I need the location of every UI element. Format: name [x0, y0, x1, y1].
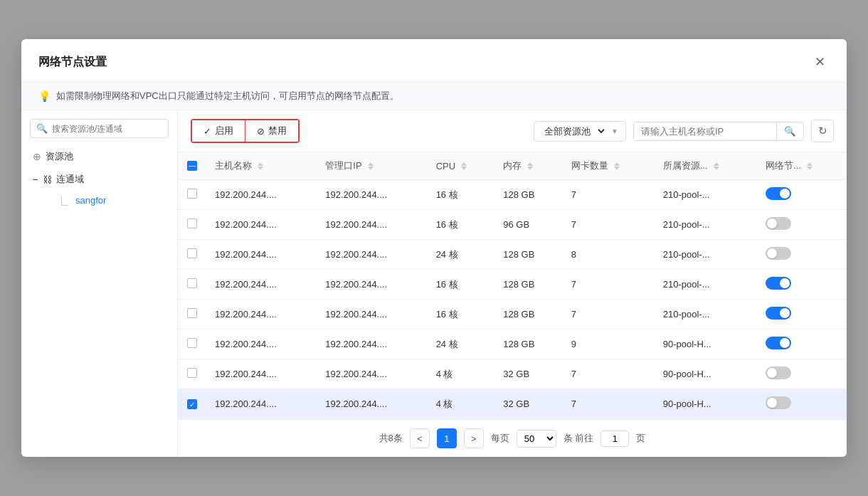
network-node-cell — [757, 300, 847, 329]
sidebar-item-resource-pool[interactable]: ⊕ 资源池 — [21, 145, 177, 168]
cpu-cell: 4 核 — [428, 389, 495, 419]
disable-button[interactable]: ⊘ 禁用 — [245, 120, 298, 142]
th-mgmt-ip[interactable]: 管理口IP — [317, 152, 427, 180]
network-node-toggle[interactable] — [766, 307, 791, 320]
th-network-node-label: 网络节... — [766, 159, 801, 172]
sidebar-search-box[interactable]: 🔍 — [30, 119, 169, 138]
cpu-cell: 4 核 — [428, 359, 495, 389]
table-row: 192.200.244....192.200.244....4 核32 GB79… — [178, 359, 847, 389]
network-node-toggle[interactable] — [766, 277, 791, 290]
disable-label: 禁用 — [268, 125, 287, 137]
sort-down-arrow — [258, 167, 263, 170]
th-nic-count[interactable]: 网卡数量 — [563, 152, 655, 180]
th-memory-label: 内存 — [503, 159, 522, 172]
nic-count-cell: 7 — [563, 300, 655, 329]
prev-page-button[interactable]: < — [410, 428, 430, 448]
goto-page-input[interactable] — [600, 431, 629, 447]
sidebar-child-container: sangfor — [21, 191, 177, 210]
table-row: 192.200.244....192.200.244....24 核128 GB… — [178, 240, 847, 270]
tip-text: 如需限制物理网络和VPC出口只能通过特定主机访问，可启用节点的网络节点配置。 — [56, 90, 399, 102]
row-checkbox-cell — [178, 180, 206, 210]
memory-cell: 128 GB — [494, 180, 562, 210]
row-checkbox[interactable] — [187, 248, 197, 258]
nic-count-cell: 8 — [563, 240, 655, 270]
network-node-toggle[interactable] — [766, 337, 791, 349]
refresh-button[interactable]: ↻ — [811, 120, 834, 142]
mgmt-ip-sort-icon — [368, 162, 374, 170]
th-cpu-label: CPU — [436, 161, 455, 172]
th-network-node[interactable]: 网络节... — [757, 152, 847, 180]
checkmark-icon: ✓ — [203, 126, 211, 137]
hostname-cell: 192.200.244.... — [206, 329, 317, 359]
sort-down-arrow — [614, 167, 620, 170]
network-node-settings-modal: 网络节点设置 ✕ 💡 如需限制物理网络和VPC出口只能通过特定主机访问，可启用节… — [21, 39, 847, 457]
table-row: 192.200.244....192.200.244....4 核32 GB79… — [178, 389, 847, 419]
resource-pool-icon: ⊕ — [33, 151, 41, 162]
resource-cell: 210-pool-... — [655, 180, 757, 210]
th-nic-count-label: 网卡数量 — [571, 159, 608, 172]
row-checkbox[interactable] — [187, 368, 197, 378]
memory-cell: 96 GB — [494, 210, 562, 240]
sort-down-arrow — [461, 167, 467, 170]
cpu-cell: 24 核 — [428, 240, 495, 270]
th-resource[interactable]: 所属资源... — [655, 152, 757, 180]
th-memory[interactable]: 内存 — [494, 152, 562, 180]
network-node-cell — [757, 359, 847, 389]
items-label: 条 前往 — [563, 432, 594, 445]
network-node-toggle[interactable] — [766, 366, 791, 379]
memory-cell: 128 GB — [494, 240, 562, 270]
resource-cell: 90-pool-H... — [655, 359, 757, 389]
per-page-select[interactable]: 50 10 20 100 — [517, 430, 556, 448]
hostname-cell: 192.200.244.... — [206, 359, 317, 389]
memory-cell: 128 GB — [494, 300, 562, 329]
host-search-input[interactable] — [634, 122, 776, 140]
mgmt-ip-cell: 192.200.244.... — [317, 300, 427, 329]
pagination-bar: 共8条 < 1 > 每页 50 10 20 100 条 前往 页 — [178, 419, 847, 457]
modal-body: 🔍 ⊕ 资源池 − ⛓ 连通域 sangfor — [21, 110, 847, 457]
network-node-toggle[interactable] — [766, 396, 791, 409]
pool-select[interactable]: 全部资源池 — [541, 125, 607, 137]
sort-up-arrow — [614, 162, 620, 166]
hosts-table: 主机名称 管理口IP — [178, 152, 847, 419]
sidebar-item-connectivity-domain[interactable]: − ⛓ 连通域 — [21, 168, 177, 191]
toggle-thumb — [767, 218, 777, 228]
modal-close-button[interactable]: ✕ — [810, 52, 830, 72]
sort-up-arrow — [714, 162, 719, 166]
header-checkbox[interactable] — [187, 161, 197, 171]
network-node-toggle[interactable] — [766, 187, 791, 200]
network-node-cell — [757, 389, 847, 419]
hostname-cell: 192.200.244.... — [206, 300, 317, 329]
page-label: 页 — [636, 432, 645, 445]
next-page-button[interactable]: > — [464, 428, 484, 448]
sidebar-search-input[interactable] — [52, 124, 162, 134]
memory-cell: 128 GB — [494, 270, 562, 300]
expand-icon: − — [33, 174, 38, 185]
network-node-toggle[interactable] — [766, 247, 791, 260]
page-1-button[interactable]: 1 — [437, 428, 457, 448]
sidebar-item-sangfor[interactable]: sangfor — [47, 191, 177, 210]
disable-icon: ⊘ — [257, 126, 265, 137]
row-checkbox[interactable] — [187, 338, 197, 348]
nic-count-cell: 7 — [563, 359, 655, 389]
th-hostname-label: 主机名称 — [215, 159, 252, 172]
mgmt-ip-cell: 192.200.244.... — [317, 359, 427, 389]
row-checkbox[interactable] — [187, 218, 197, 228]
pool-dropdown[interactable]: 全部资源池 ▼ — [534, 121, 626, 142]
tree-connector — [61, 196, 68, 206]
host-search-button[interactable]: 🔍 — [776, 122, 803, 140]
mgmt-ip-cell: 192.200.244.... — [317, 240, 427, 270]
toggle-thumb — [780, 278, 790, 288]
nic-count-cell: 7 — [563, 389, 655, 419]
hostname-cell: 192.200.244.... — [206, 210, 317, 240]
row-checkbox[interactable] — [187, 278, 197, 288]
resource-cell: 210-pool-... — [655, 240, 757, 270]
row-checkbox[interactable] — [187, 308, 197, 318]
th-cpu[interactable]: CPU — [428, 152, 495, 180]
row-checkbox[interactable] — [187, 399, 197, 409]
row-checkbox-cell — [178, 300, 206, 329]
network-node-toggle[interactable] — [766, 217, 791, 230]
enable-button[interactable]: ✓ 启用 — [192, 120, 245, 142]
row-checkbox[interactable] — [187, 189, 197, 199]
th-hostname[interactable]: 主机名称 — [206, 152, 317, 180]
network-node-sort-icon — [807, 162, 813, 170]
